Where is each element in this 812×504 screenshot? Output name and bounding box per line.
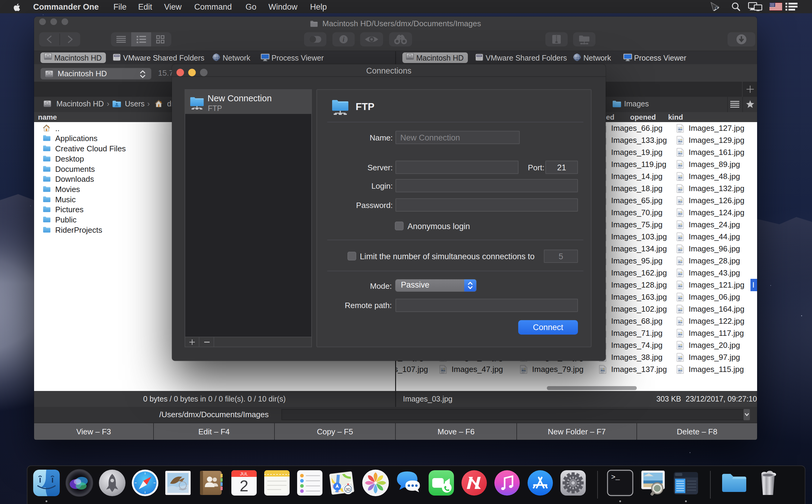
svg-text:2: 2 bbox=[239, 477, 248, 495]
svg-text:>_: >_ bbox=[611, 473, 620, 481]
svg-text:3D: 3D bbox=[346, 487, 351, 492]
svg-text:JUL: JUL bbox=[240, 471, 248, 476]
svg-text:i: i bbox=[343, 36, 345, 43]
